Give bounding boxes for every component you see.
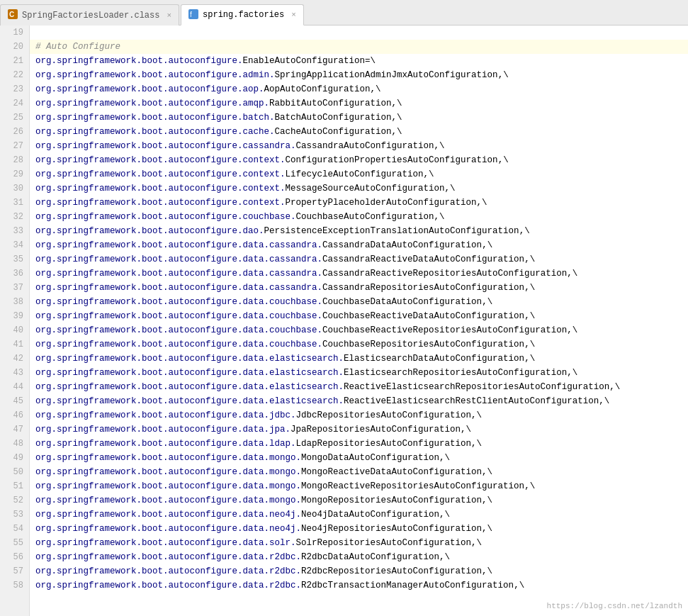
code-text: org.springframework.boot.autoconfigure.d… bbox=[30, 224, 530, 238]
class-icon: C bbox=[8, 9, 18, 21]
code-line: org.springframework.boot.autoconfigure.d… bbox=[30, 536, 688, 550]
code-line: org.springframework.boot.autoconfigure.d… bbox=[30, 493, 688, 508]
code-line: org.springframework.boot.autoconfigure.d… bbox=[30, 323, 688, 337]
line-number: 51 bbox=[6, 479, 23, 493]
code-line: org.springframework.boot.autoconfigure.a… bbox=[30, 68, 688, 82]
code-line: org.springframework.boot.autoconfigure.d… bbox=[30, 337, 688, 352]
code-text: org.springframework.boot.autoconfigure.E… bbox=[30, 54, 376, 68]
code-line: org.springframework.boot.autoconfigure.c… bbox=[30, 181, 688, 196]
code-text: org.springframework.boot.autoconfigure.d… bbox=[30, 309, 535, 323]
line-number: 57 bbox=[6, 564, 23, 578]
code-text: org.springframework.boot.autoconfigure.d… bbox=[30, 550, 450, 564]
line-number: 22 bbox=[6, 68, 23, 82]
code-line: org.springframework.boot.autoconfigure.c… bbox=[30, 153, 688, 167]
code-text: org.springframework.boot.autoconfigure.c… bbox=[30, 181, 456, 196]
code-text: org.springframework.boot.autoconfigure.d… bbox=[30, 366, 577, 380]
line-number: 27 bbox=[6, 139, 23, 153]
code-line: org.springframework.boot.autoconfigure.c… bbox=[30, 196, 688, 210]
code-text: org.springframework.boot.autoconfigure.d… bbox=[30, 508, 450, 522]
code-line: org.springframework.boot.autoconfigure.d… bbox=[30, 309, 688, 323]
line-number: 46 bbox=[6, 408, 23, 422]
line-number: 39 bbox=[6, 309, 23, 323]
code-line: org.springframework.boot.autoconfigure.d… bbox=[30, 437, 688, 451]
code-line: org.springframework.boot.autoconfigure.c… bbox=[30, 210, 688, 224]
code-line: org.springframework.boot.autoconfigure.c… bbox=[30, 139, 688, 153]
code-text: org.springframework.boot.autoconfigure.c… bbox=[30, 210, 445, 224]
code-text: org.springframework.boot.autoconfigure.d… bbox=[30, 394, 609, 408]
line-number: 45 bbox=[6, 394, 23, 408]
tab-close-button[interactable]: × bbox=[291, 11, 296, 19]
code-line: org.springframework.boot.autoconfigure.d… bbox=[30, 522, 688, 536]
line-number: 24 bbox=[6, 96, 23, 111]
line-number: 54 bbox=[6, 522, 23, 536]
line-number: 31 bbox=[6, 196, 23, 210]
code-line: org.springframework.boot.autoconfigure.d… bbox=[30, 380, 688, 394]
code-line bbox=[30, 26, 688, 40]
code-text: org.springframework.boot.autoconfigure.d… bbox=[30, 578, 524, 593]
line-number: 21 bbox=[6, 54, 23, 68]
tab-bar: CSpringFactoriesLoader.class×fspring.fac… bbox=[0, 0, 688, 26]
code-text: org.springframework.boot.autoconfigure.d… bbox=[30, 437, 482, 451]
code-text: org.springframework.boot.autoconfigure.a… bbox=[30, 82, 381, 96]
code-text: org.springframework.boot.autoconfigure.c… bbox=[30, 167, 434, 181]
code-text: org.springframework.boot.autoconfigure.d… bbox=[30, 252, 535, 267]
line-number: 34 bbox=[6, 238, 23, 252]
code-line: org.springframework.boot.autoconfigure.d… bbox=[30, 352, 688, 366]
code-text: org.springframework.boot.autoconfigure.d… bbox=[30, 479, 535, 493]
code-content[interactable]: # Auto Configureorg.springframework.boot… bbox=[30, 26, 688, 616]
line-number: 36 bbox=[6, 267, 23, 281]
watermark: https://blog.csdn.net/lzandth bbox=[547, 602, 682, 610]
code-line: org.springframework.boot.autoconfigure.d… bbox=[30, 550, 688, 564]
code-line: org.springframework.boot.autoconfigure.d… bbox=[30, 295, 688, 309]
code-line: org.springframework.boot.autoconfigure.c… bbox=[30, 167, 688, 181]
line-number: 19 bbox=[6, 26, 23, 40]
code-line: org.springframework.boot.autoconfigure.d… bbox=[30, 564, 688, 578]
code-text: org.springframework.boot.autoconfigure.d… bbox=[30, 352, 535, 366]
line-number: 47 bbox=[6, 422, 23, 437]
code-text: org.springframework.boot.autoconfigure.d… bbox=[30, 422, 471, 437]
code-text: org.springframework.boot.autoconfigure.d… bbox=[30, 323, 577, 337]
editor: 1920212223242526272829303132333435363738… bbox=[0, 26, 688, 616]
line-number: 23 bbox=[6, 82, 23, 96]
code-text: org.springframework.boot.autoconfigure.b… bbox=[30, 111, 402, 125]
line-number: 56 bbox=[6, 550, 23, 564]
line-number: 58 bbox=[6, 578, 23, 593]
code-text: org.springframework.boot.autoconfigure.d… bbox=[30, 465, 492, 479]
line-number: 35 bbox=[6, 252, 23, 267]
code-area: 1920212223242526272829303132333435363738… bbox=[0, 26, 688, 616]
line-number: 28 bbox=[6, 153, 23, 167]
code-text: org.springframework.boot.autoconfigure.d… bbox=[30, 536, 482, 550]
tab-close-button[interactable]: × bbox=[167, 11, 171, 20]
code-text: org.springframework.boot.autoconfigure.c… bbox=[30, 196, 487, 210]
line-number: 37 bbox=[6, 281, 23, 295]
line-number: 26 bbox=[6, 125, 23, 139]
code-text: org.springframework.boot.autoconfigure.a… bbox=[30, 96, 402, 111]
code-line: org.springframework.boot.autoconfigure.d… bbox=[30, 252, 688, 267]
code-text: org.springframework.boot.autoconfigure.d… bbox=[30, 267, 577, 281]
code-line: org.springframework.boot.autoconfigure.d… bbox=[30, 281, 688, 295]
code-line: org.springframework.boot.autoconfigure.a… bbox=[30, 82, 688, 96]
code-text: org.springframework.boot.autoconfigure.d… bbox=[30, 564, 492, 578]
code-text: org.springframework.boot.autoconfigure.d… bbox=[30, 238, 492, 252]
code-line: org.springframework.boot.autoconfigure.b… bbox=[30, 111, 688, 125]
code-text: org.springframework.boot.autoconfigure.c… bbox=[30, 125, 402, 139]
line-number: 40 bbox=[6, 323, 23, 337]
code-line: # Auto Configure bbox=[30, 40, 688, 54]
line-number: 52 bbox=[6, 493, 23, 508]
line-number: 20 bbox=[6, 40, 23, 54]
code-line: org.springframework.boot.autoconfigure.d… bbox=[30, 451, 688, 465]
tab-label: SpringFactoriesLoader.class bbox=[22, 11, 159, 21]
factories-icon: f bbox=[188, 9, 198, 21]
tab-spring-factories[interactable]: fspring.factories× bbox=[181, 4, 304, 26]
line-number: 42 bbox=[6, 352, 23, 366]
line-number: 53 bbox=[6, 508, 23, 522]
code-text: org.springframework.boot.autoconfigure.d… bbox=[30, 295, 492, 309]
line-number: 55 bbox=[6, 536, 23, 550]
code-line: org.springframework.boot.autoconfigure.d… bbox=[30, 267, 688, 281]
svg-text:f: f bbox=[190, 11, 192, 18]
svg-text:C: C bbox=[9, 11, 14, 18]
code-line: org.springframework.boot.autoconfigure.d… bbox=[30, 578, 688, 593]
code-text: org.springframework.boot.autoconfigure.d… bbox=[30, 337, 535, 352]
tab-springfactoriesloader[interactable]: CSpringFactoriesLoader.class× bbox=[0, 4, 179, 26]
code-line: org.springframework.boot.autoconfigure.d… bbox=[30, 224, 688, 238]
